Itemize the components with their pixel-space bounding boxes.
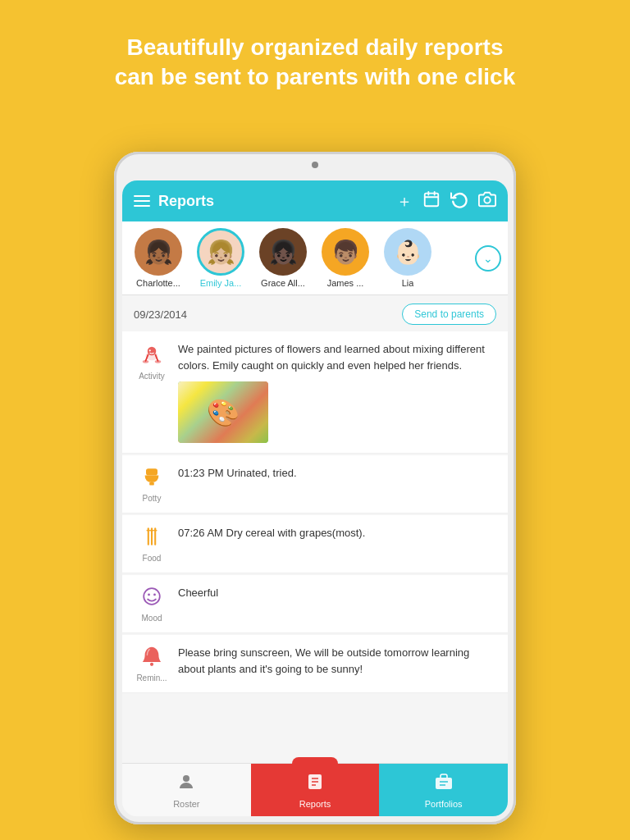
report-card-activity: Activity We painted pictures of flowers …	[122, 331, 508, 454]
svg-point-21	[183, 775, 189, 782]
portfolios-icon	[434, 772, 454, 797]
potty-text: 01:23 PM Urinated, tried.	[178, 467, 297, 479]
tablet-device: Reports ＋	[114, 152, 516, 824]
nav-reports[interactable]: Reports	[251, 764, 380, 816]
mood-icon	[140, 585, 163, 611]
child-grace[interactable]: 👧🏿 Grace All...	[253, 228, 313, 288]
svg-rect-13	[149, 482, 154, 486]
chevron-down-icon: ⌄	[483, 252, 493, 265]
child-name-emily: Emily Ja...	[200, 278, 242, 288]
nav-roster[interactable]: Roster	[122, 764, 251, 816]
headline: Beautifully organized daily reports can …	[0, 0, 630, 109]
calendar-icon[interactable]	[422, 190, 441, 212]
report-card-potty: Potty 01:23 PM Urinated, tried.	[122, 455, 508, 514]
tablet-screen: Reports ＋	[122, 180, 508, 816]
svg-rect-0	[425, 193, 439, 206]
send-to-parents-button[interactable]: Send to parents	[402, 304, 496, 325]
svg-point-10	[155, 360, 162, 363]
reports-icon	[305, 772, 325, 797]
refresh-icon[interactable]	[450, 190, 468, 212]
mood-text: Cheerful	[178, 587, 218, 599]
top-bar-icons: ＋	[396, 190, 496, 212]
headline-line1: Beautifully organized daily reports	[127, 34, 504, 60]
reminder-text: Please bring sunscreen, We will be outsi…	[178, 646, 469, 675]
child-emily[interactable]: 👧🏼 Emily Ja...	[191, 228, 250, 288]
potty-content: 01:23 PM Urinated, tried.	[178, 465, 496, 482]
reminder-content: Please bring sunscreen, We will be outsi…	[178, 645, 496, 677]
svg-point-18	[148, 594, 150, 596]
food-icon	[140, 525, 163, 551]
food-content: 07:26 AM Dry cereal with grapes(most).	[178, 525, 496, 541]
bottom-nav: Roster Reports	[122, 763, 508, 816]
report-card-food: Food 07:26 AM Dry cereal with grapes(mos…	[122, 515, 508, 573]
mood-label: Mood	[141, 614, 162, 623]
child-name-lia: Lia	[402, 278, 414, 288]
top-bar-title: Reports	[158, 193, 396, 210]
activity-label: Activity	[139, 372, 165, 381]
child-james[interactable]: 👦🏽 James ...	[316, 228, 375, 288]
svg-rect-12	[146, 468, 158, 475]
svg-point-9	[143, 360, 149, 363]
activity-text: We painted pictures of flowers and learn…	[178, 343, 485, 372]
nav-roster-label: Roster	[173, 799, 199, 809]
report-card-reminder: Remin... Please bring sunscreen, We will…	[122, 635, 508, 693]
activity-photo: 🎨	[178, 381, 268, 443]
food-text: 07:26 AM Dry cereal with grapes(most).	[178, 527, 365, 539]
svg-point-19	[153, 594, 156, 596]
add-icon[interactable]: ＋	[396, 190, 413, 212]
potty-icon-col: Potty	[134, 465, 170, 503]
reminder-icon	[140, 645, 163, 671]
camera-icon[interactable]	[478, 190, 496, 212]
expand-children-button[interactable]: ⌄	[475, 245, 501, 272]
mood-icon-col: Mood	[134, 585, 170, 623]
food-label: Food	[143, 554, 162, 563]
child-name-charlotte: Charlotte...	[136, 278, 180, 288]
svg-point-4	[484, 197, 490, 203]
potty-icon	[140, 465, 163, 491]
reminder-icon-col: Remin...	[134, 645, 170, 682]
child-name-grace: Grace All...	[261, 278, 305, 288]
activity-icon-col: Activity	[134, 341, 170, 381]
food-icon-col: Food	[134, 525, 170, 563]
date-send-row: 09/23/2014 Send to parents	[122, 295, 508, 331]
top-bar: Reports ＋	[122, 180, 508, 221]
hamburger-menu-button[interactable]	[134, 195, 150, 207]
mood-content: Cheerful	[178, 585, 496, 601]
report-card-mood: Mood Cheerful	[122, 575, 508, 633]
nav-reports-label: Reports	[299, 799, 331, 809]
child-lia[interactable]: 👶🏻 Lia	[378, 228, 437, 288]
svg-point-17	[144, 588, 160, 605]
svg-point-11	[149, 349, 151, 351]
report-date: 09/23/2014	[134, 308, 187, 321]
content-area: 09/23/2014 Send to parents	[122, 295, 508, 763]
nav-portfolios-label: Portfolios	[425, 799, 463, 809]
roster-icon	[176, 772, 196, 797]
child-charlotte[interactable]: 👧🏾 Charlotte...	[129, 228, 188, 288]
headline-line2: can be sent to parents with one click	[115, 64, 516, 89]
tablet-camera	[312, 162, 318, 168]
svg-point-6	[148, 347, 157, 356]
nav-portfolios[interactable]: Portfolios	[379, 764, 508, 816]
activity-icon	[139, 341, 164, 369]
child-name-james: James ...	[327, 278, 364, 288]
svg-rect-26	[436, 778, 452, 789]
potty-label: Potty	[143, 494, 162, 503]
reminder-label: Remin...	[136, 673, 167, 682]
children-row: 👧🏾 Charlotte... 👧🏼 Emily Ja... 👧🏿 Grace …	[122, 221, 508, 295]
svg-point-20	[150, 663, 153, 666]
activity-content: We painted pictures of flowers and learn…	[178, 341, 496, 443]
